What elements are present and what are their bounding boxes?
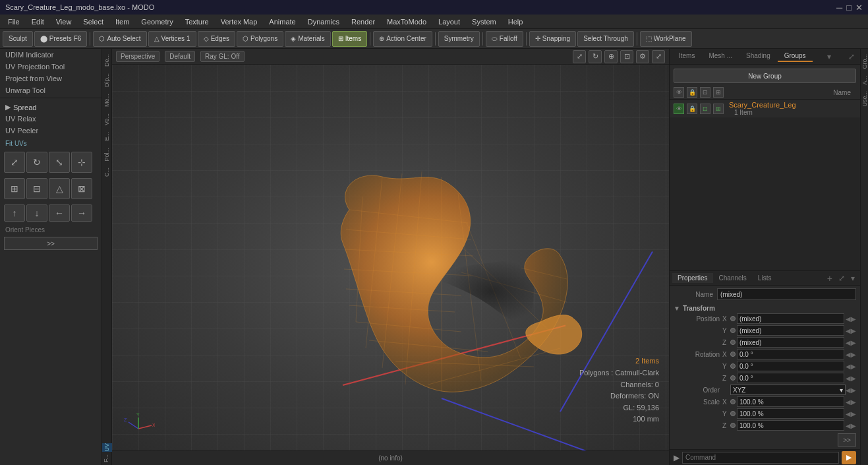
props-expand-btn[interactable]: >> xyxy=(838,433,856,447)
vp-icon-settings[interactable]: ⚙ xyxy=(636,50,649,63)
scale-x-dot[interactable] xyxy=(730,399,736,404)
rotation-z-dot[interactable] xyxy=(730,375,736,381)
rotation-y-input[interactable]: 0.0 ° xyxy=(737,361,844,371)
scale-z-left-arrow[interactable]: ◀ xyxy=(846,422,851,429)
tab-properties[interactable]: Properties xyxy=(672,273,713,283)
position-z-left-arrow[interactable]: ◀ xyxy=(846,339,851,346)
command-input[interactable] xyxy=(682,452,839,464)
position-x-left-arrow[interactable]: ◀ xyxy=(846,315,851,323)
minimize-btn[interactable]: ─ xyxy=(836,3,842,13)
vp-shading-btn[interactable]: Default xyxy=(165,51,195,62)
window-controls[interactable]: ─ □ ✕ xyxy=(836,3,863,13)
position-x-dot[interactable] xyxy=(730,316,736,321)
polygons-btn[interactable]: ⬡ Polygons xyxy=(237,31,283,47)
action-center-btn[interactable]: ⊕ Action Center xyxy=(373,31,432,47)
vp-icon-zoom[interactable]: ⊕ xyxy=(604,50,618,63)
uv-peeler-tool[interactable]: UV Peeler xyxy=(0,125,101,137)
group-eye-icon[interactable]: 👁 xyxy=(674,104,684,114)
props-expand-icon[interactable]: ⤢ xyxy=(836,274,848,283)
new-group-button[interactable]: New Group xyxy=(674,69,856,83)
scale-y-dot[interactable] xyxy=(730,411,736,416)
vp-perspective-btn[interactable]: Perspective xyxy=(116,51,159,62)
position-z-input[interactable]: (mixed) xyxy=(737,337,844,348)
menu-texture[interactable]: Texture xyxy=(180,16,214,27)
rotation-y-right-arrow[interactable]: ▶ xyxy=(851,363,856,370)
vp-raygl-btn[interactable]: Ray GL: Off xyxy=(200,51,245,62)
side-tab-me[interactable]: Me... xyxy=(103,91,111,109)
order-select[interactable]: XYZ ▾ xyxy=(730,385,846,395)
rotation-x-input[interactable]: 0.0 ° xyxy=(737,349,844,359)
side-tab-use[interactable]: Use... xyxy=(861,88,869,109)
side-tab-ve[interactable]: Ve... xyxy=(103,111,111,128)
uv-projection-tool[interactable]: UV Projection Tool xyxy=(0,61,101,73)
vp-icon-expand[interactable]: ⤢ xyxy=(652,50,665,63)
sculpt-toggle[interactable]: Sculpt xyxy=(3,31,33,47)
position-x-input[interactable]: (mixed) xyxy=(737,313,844,324)
position-y-left-arrow[interactable]: ◀ xyxy=(846,327,851,334)
position-x-right-arrow[interactable]: ▶ xyxy=(851,315,856,323)
render-icon[interactable]: ⊡ xyxy=(700,87,710,98)
mesh-tool-3[interactable]: △ xyxy=(49,178,70,199)
items-btn[interactable]: ⊞ Items xyxy=(332,31,367,47)
menu-system[interactable]: System xyxy=(467,16,502,27)
udim-indicator-tool[interactable]: UDIM Indicator xyxy=(0,49,101,61)
auto-select-btn[interactable]: ⬡ Auto Select xyxy=(93,31,146,47)
vertices-btn[interactable]: △ Vertices 1 xyxy=(148,31,196,47)
position-y-right-arrow[interactable]: ▶ xyxy=(851,327,856,334)
select-through-btn[interactable]: Select Through xyxy=(577,31,634,47)
scale-x-left-arrow[interactable]: ◀ xyxy=(846,398,851,406)
tab-lists[interactable]: Lists xyxy=(753,273,777,283)
viewport[interactable]: Perspective Default Ray GL: Off ⤢ ↻ ⊕ ⊡ … xyxy=(112,49,669,465)
vp-icon-rotate[interactable]: ↻ xyxy=(589,50,602,63)
menu-animate[interactable]: Animate xyxy=(264,16,301,27)
workplane-btn[interactable]: ⬚ WorkPlane xyxy=(640,31,692,47)
tab-items[interactable]: Items xyxy=(672,51,701,62)
viewport-canvas[interactable]: 2 Items Polygons : Catmull-Clark Channel… xyxy=(112,65,669,465)
scale-z-input[interactable]: 100.0 % xyxy=(737,420,844,431)
snapping-btn[interactable]: ✛ Snapping xyxy=(529,31,576,47)
menu-help[interactable]: Help xyxy=(503,16,529,27)
edges-btn[interactable]: ◇ Edges xyxy=(198,31,235,47)
props-maximize-icon[interactable]: ▾ xyxy=(848,274,857,283)
transform-arrow-icon[interactable]: ▼ xyxy=(674,305,680,312)
scale-z-dot[interactable] xyxy=(730,423,736,428)
rotation-x-dot[interactable] xyxy=(730,352,736,357)
visibility-eye-icon[interactable]: 👁 xyxy=(674,87,684,98)
scale-z-right-arrow[interactable]: ▶ xyxy=(851,422,856,429)
mesh-tool-4[interactable]: ⊠ xyxy=(71,178,92,199)
scale-tool-btn[interactable]: ⤡ xyxy=(49,152,70,173)
menu-geometry[interactable]: Geometry xyxy=(136,16,178,27)
position-y-input[interactable]: (mixed) xyxy=(737,325,844,336)
arrow-right-btn[interactable]: → xyxy=(71,204,92,222)
rotate-tool-btn[interactable]: ↻ xyxy=(26,152,47,173)
presets-btn[interactable]: ⬤ Presets F6 xyxy=(34,31,88,47)
expand-panel-btn[interactable]: >> xyxy=(4,237,98,250)
side-tab-f[interactable]: F... xyxy=(102,452,110,465)
mesh-tool-1[interactable]: ⊞ xyxy=(4,178,25,199)
side-tab-groups[interactable]: Gro... xyxy=(861,51,869,72)
display-icon[interactable]: ⊞ xyxy=(713,87,724,98)
rotation-z-right-arrow[interactable]: ▶ xyxy=(851,375,856,382)
menu-file[interactable]: File xyxy=(3,16,25,27)
arrow-down-btn[interactable]: ↓ xyxy=(26,204,47,222)
materials-btn[interactable]: ◈ Materials xyxy=(285,31,331,47)
rotation-z-input[interactable]: 0.0 ° xyxy=(737,373,844,383)
mesh-tool-2[interactable]: ⊟ xyxy=(26,178,47,199)
transform-tool-btn[interactable]: ⊹ xyxy=(71,152,92,173)
menu-maxtomodo[interactable]: MaxToModo xyxy=(382,16,432,27)
menu-edit[interactable]: Edit xyxy=(26,16,49,27)
close-btn[interactable]: ✕ xyxy=(855,3,863,13)
order-right-arrow[interactable]: ▶ xyxy=(851,387,856,394)
position-y-dot[interactable] xyxy=(730,328,736,333)
props-add-icon[interactable]: + xyxy=(825,273,835,284)
order-left-arrow[interactable]: ◀ xyxy=(846,387,851,394)
uv-relax-tool[interactable]: UV Relax xyxy=(0,113,101,125)
side-tab-c[interactable]: C... xyxy=(103,165,111,179)
group-lock-icon[interactable]: 🔒 xyxy=(687,104,697,114)
rotation-y-left-arrow[interactable]: ◀ xyxy=(846,363,851,370)
vp-icon-move[interactable]: ⤢ xyxy=(573,50,586,63)
side-tab-e[interactable]: E... xyxy=(103,129,111,144)
group-display-icon[interactable]: ⊞ xyxy=(713,104,724,114)
spread-item[interactable]: ▶ Spread xyxy=(0,102,101,113)
name-value-field[interactable]: (mixed) xyxy=(717,288,856,300)
